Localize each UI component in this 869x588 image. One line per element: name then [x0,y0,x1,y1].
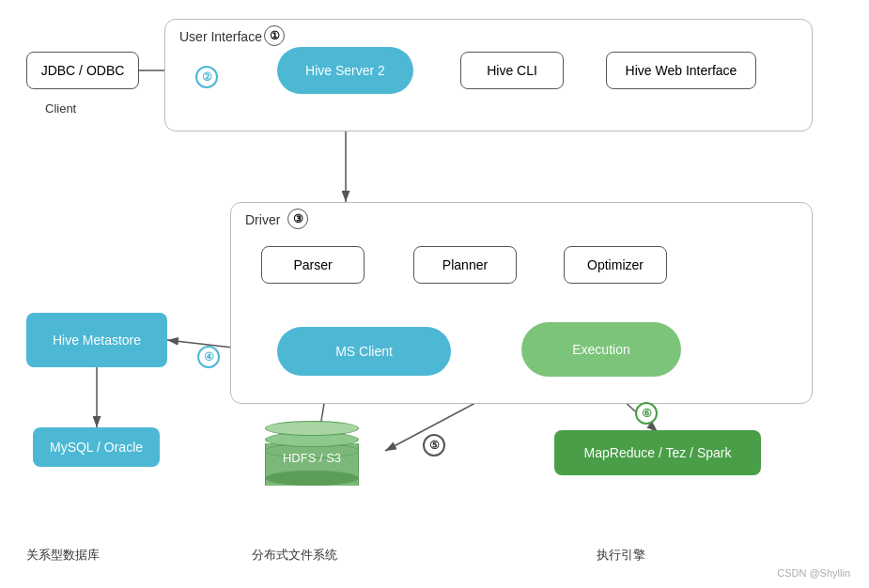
badge-1: ① [264,25,285,46]
relational-db-label: 关系型数据库 [26,547,100,564]
jdbc-odbc-box: JDBC / ODBC [26,52,139,89]
hdfs-label: HDFS / S3 [283,451,341,465]
parser-box: Parser [261,246,365,284]
execution-box: Execution [521,322,681,377]
watermark: CSDN @Shyllin [777,567,850,579]
hive-server2-box: Hive Server 2 [277,47,413,94]
badge-4: ④ [197,346,220,368]
badge-6: ⑥ [635,402,658,425]
mysql-oracle-box: MySQL / Oracle [33,427,160,467]
driver-label: Driver [245,212,280,227]
badge-3: ③ [287,209,308,229]
ms-client-box: MS Client [277,327,451,376]
client-label: Client [45,101,76,116]
mapreduce-box: MapReduce / Tez / Spark [554,430,761,475]
hive-cli-box: Hive CLI [460,52,564,89]
user-interface-label: User Interface [179,29,262,44]
badge-5: ⑤ [423,434,445,456]
hive-metastore-box: Hive Metastore [26,313,167,367]
execution-engine-label: 执行引擎 [597,547,645,564]
optimizer-box: Optimizer [564,246,667,284]
hdfs-container: HDFS / S3 [256,421,368,515]
distributed-fs-label: 分布式文件系统 [252,547,337,564]
diagram: User Interface ① Driver ③ JDBC / ODBC Hi… [0,0,869,588]
planner-box: Planner [413,246,517,284]
hive-web-box: Hive Web Interface [606,52,756,89]
badge-2: ② [195,66,218,88]
